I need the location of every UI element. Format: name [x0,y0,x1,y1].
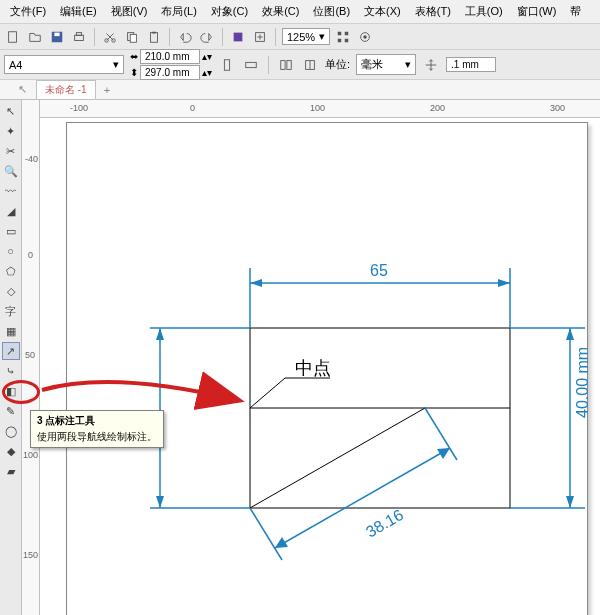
separator [222,28,223,46]
svg-rect-10 [152,31,156,33]
svg-line-27 [250,408,425,508]
nudge-distance[interactable]: .1 mm [446,57,496,72]
callout-text: 中点 [295,358,331,378]
svg-rect-2 [54,32,59,36]
right-dimension-text: 40.00 mm [574,347,591,418]
cut-icon[interactable] [101,28,119,46]
save-icon[interactable] [48,28,66,46]
page-height[interactable]: 297.0 mm [140,65,200,80]
svg-rect-3 [75,35,84,40]
text-tool[interactable]: 字 [2,302,20,320]
menu-text[interactable]: 文本(X) [358,2,407,21]
menu-object[interactable]: 对象(C) [205,2,254,21]
chevron-down-icon: ▾ [319,30,325,43]
smart-fill-tool[interactable]: ◢ [2,202,20,220]
rectangle-tool[interactable]: ▭ [2,222,20,240]
redo-icon[interactable] [198,28,216,46]
svg-line-38 [275,448,450,548]
basic-shapes-tool[interactable]: ◇ [2,282,20,300]
nudge-icon[interactable] [422,56,440,74]
menu-help[interactable]: 帮 [564,2,587,21]
dimension-tool[interactable]: ↗ [2,342,20,360]
menu-table[interactable]: 表格(T) [409,2,457,21]
pick-tool[interactable]: ↖ [2,102,20,120]
zoom-level[interactable]: 125% ▾ [282,28,330,45]
document-tab[interactable]: 未命名 -1 [36,80,96,99]
new-tab-button[interactable]: + [96,82,118,98]
portrait-icon[interactable] [218,56,236,74]
menu-view[interactable]: 视图(V) [105,2,154,21]
menu-layout[interactable]: 布局(L) [155,2,202,21]
snap-icon[interactable] [334,28,352,46]
width-icon: ⬌ [130,51,138,62]
svg-rect-19 [224,59,229,70]
chevron-down-icon: ▾ [405,58,411,71]
units-label: 单位: [325,57,350,72]
svg-rect-13 [338,31,342,35]
menu-tools[interactable]: 工具(O) [459,2,509,21]
svg-rect-14 [345,31,349,35]
paper-size-value: A4 [9,59,22,71]
copy-icon[interactable] [123,28,141,46]
svg-rect-9 [151,32,158,42]
chevron-down-icon: ▾ [113,58,119,71]
diagonal-dimension-text: 38.16 [363,506,406,541]
tool-tooltip: 3 点标注工具 使用两段导航线绘制标注。 [30,410,164,448]
spinner-icon[interactable]: ▴▾ [202,67,212,78]
interactive-fill-tool[interactable]: ▰ [2,462,20,480]
svg-marker-46 [156,328,164,340]
svg-rect-0 [9,31,17,42]
svg-rect-20 [246,62,257,67]
open-icon[interactable] [26,28,44,46]
svg-marker-35 [566,496,574,508]
svg-rect-16 [345,38,349,42]
svg-rect-25 [250,328,510,508]
new-icon[interactable] [4,28,22,46]
svg-marker-29 [250,279,262,287]
vertical-ruler: -40 0 50 100 150 [22,100,40,615]
units-dropdown[interactable]: 毫米 ▾ [356,54,416,75]
options-icon[interactable] [356,28,374,46]
shape-tool[interactable]: ✦ [2,122,20,140]
spinner-icon[interactable]: ▴▾ [202,51,212,62]
page-layout2-icon[interactable] [301,56,319,74]
menu-effects[interactable]: 效果(C) [256,2,305,21]
zoom-value: 125% [287,31,315,43]
tooltip-title: 3 点标注工具 [37,414,157,428]
import-icon[interactable] [229,28,247,46]
height-icon: ⬍ [130,67,138,78]
print-icon[interactable] [70,28,88,46]
menu-file[interactable]: 文件(F) [4,2,52,21]
freehand-tool[interactable]: 〰 [2,182,20,200]
zoom-tool[interactable]: 🔍 [2,162,20,180]
menu-window[interactable]: 窗口(W) [511,2,563,21]
svg-marker-34 [566,328,574,340]
page-layout-icon[interactable] [277,56,295,74]
connector-tool[interactable]: ⤷ [2,362,20,380]
undo-icon[interactable] [176,28,194,46]
fill-tool[interactable]: ◆ [2,442,20,460]
top-dimension-text: 65 [370,262,388,279]
menu-bitmap[interactable]: 位图(B) [307,2,356,21]
svg-rect-8 [130,34,136,42]
ellipse-tool[interactable]: ○ [2,242,20,260]
horizontal-ruler: -100 0 100 200 300 [40,100,600,118]
svg-marker-30 [498,279,510,287]
menu-edit[interactable]: 编辑(E) [54,2,103,21]
page-dimensions: ⬌210.0 mm▴▾ ⬍297.0 mm▴▾ [130,49,212,80]
paste-icon[interactable] [145,28,163,46]
polygon-tool[interactable]: ⬠ [2,262,20,280]
svg-rect-4 [76,32,81,35]
svg-point-18 [363,35,367,39]
paper-size-dropdown[interactable]: A4 ▾ [4,55,124,74]
separator [169,28,170,46]
crop-tool[interactable]: ✂ [2,142,20,160]
eyedropper-tool[interactable]: ✎ [2,402,20,420]
outline-tool[interactable]: ◯ [2,422,20,440]
export-icon[interactable] [251,28,269,46]
svg-rect-22 [287,60,291,69]
table-tool[interactable]: ▦ [2,322,20,340]
landscape-icon[interactable] [242,56,260,74]
svg-line-43 [250,378,285,408]
page-width[interactable]: 210.0 mm [140,49,200,64]
